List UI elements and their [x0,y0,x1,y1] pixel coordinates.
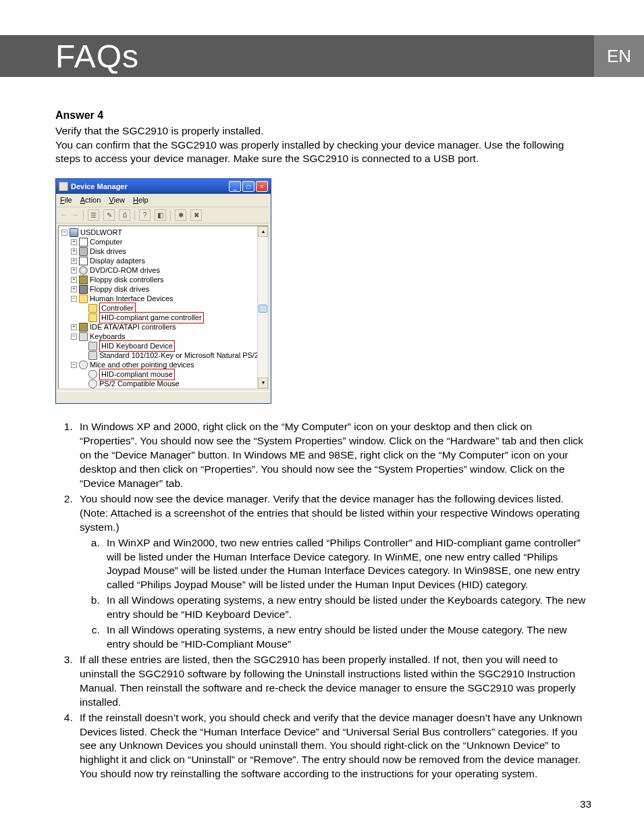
tree-leaf-hid-game[interactable]: HID-compliant game controller [60,313,267,322]
tree-node-hid[interactable]: −Human Interface Devices [60,294,267,303]
device-manager-window: Device Manager _ □ × File Action View He… [55,178,271,404]
step-2b: In all Windows operating systems, a new … [103,594,589,622]
step-2c: In all Windows operating systems, a new … [103,623,589,652]
language-badge: EN [607,46,631,67]
close-button[interactable]: × [256,181,268,192]
statusbar [56,391,271,403]
menu-file[interactable]: File [60,195,72,205]
menu-help[interactable]: Help [133,195,149,205]
steps-list: In Windows XP and 2000, right click on t… [55,420,589,781]
step-1: In Windows XP and 2000, right click on t… [76,420,589,491]
tb-up-icon[interactable]: ☰ [88,209,99,221]
maximize-button[interactable]: □ [242,181,254,192]
mouse-icon [79,361,88,369]
controller-icon [79,323,88,332]
disk-icon [79,247,88,256]
tree-node-fdcontrollers[interactable]: +Floppy disk controllers [60,275,267,284]
folder-icon [79,294,88,303]
toolbar-separator [170,210,171,221]
scroll-up-icon[interactable]: ▴ [258,226,268,237]
step-2a: In WinXP and Win2000, two new entries ca… [103,536,589,593]
tree-node-ide[interactable]: +IDE ATA/ATAPI controllers [60,322,267,332]
page-number: 33 [580,798,591,810]
floppy-icon [79,285,88,294]
tree-leaf-kb-hid[interactable]: HID Keyboard Device [60,341,267,350]
step-2-text: You should now see the device manager. V… [80,493,580,533]
scroll-track[interactable] [258,237,268,377]
tb-print-icon[interactable]: ⎙ [119,209,130,221]
scroll-thumb[interactable] [259,305,267,313]
usb-icon [79,389,88,390]
tree-root[interactable]: −USDLWORT [60,228,267,237]
toolbar-separator [134,210,135,221]
tree-node-display[interactable]: +Display adapters [60,256,267,265]
keyboard-icon [79,332,88,341]
scroll-down-icon[interactable]: ▾ [258,377,268,388]
tree-node-diskdrives[interactable]: +Disk drives [60,246,267,256]
tree-node-dvd[interactable]: +DVD/CD-ROM drives [60,265,267,275]
tb-uninstall-icon[interactable]: ✖ [190,209,202,221]
header-right: EN [594,35,644,77]
folder-icon [88,313,97,322]
page-title: FAQs [55,38,139,75]
nav-fwd-icon[interactable]: → [72,210,79,220]
monitor-icon [79,238,88,246]
tree-node-usb[interactable]: +Universal Serial Bus controllers [60,388,267,389]
menu-action[interactable]: Action [80,195,101,205]
tb-device-icon[interactable]: ✱ [175,209,186,221]
answer-line2: You can confirm that the SGC2910 was pro… [55,138,589,167]
folder-icon [88,304,97,313]
toolbar: ← → ☰ ✎ ⎙ ? ◧ ✱ ✖ [56,207,271,224]
collapse-icon[interactable]: − [71,362,77,368]
scrollbar[interactable]: ▴ ▾ [257,226,268,388]
menubar: File Action View Help [56,194,271,207]
tree-leaf-mouse-hid[interactable]: HID-compliant mouse [60,369,267,379]
mouse-icon [88,380,97,388]
computer-icon [70,228,78,237]
step-2: You should now see the device manager. V… [76,492,589,652]
window-controls: _ □ × [229,181,268,192]
mouse-icon [88,370,97,379]
devmgr-icon [59,182,68,191]
expand-icon[interactable]: + [71,239,77,245]
answer-heading: Answer 4 [55,108,589,123]
controller-icon [79,276,88,284]
collapse-icon[interactable]: − [61,230,68,236]
toolbar-separator [83,210,84,221]
expand-icon[interactable]: + [71,324,77,330]
cd-icon [79,266,88,275]
window-title: Device Manager [71,182,229,192]
tree-leaf-mouse-ps2[interactable]: PS/2 Compatible Mouse [60,379,267,388]
answer-line1: Verify that the SGC2910 is properly inst… [55,124,589,138]
tb-help-icon[interactable]: ? [139,209,151,221]
menu-view[interactable]: View [109,195,125,205]
minimize-button[interactable]: _ [229,181,241,192]
collapse-icon[interactable]: − [71,334,77,340]
tree-node-computer[interactable]: +Computer [60,237,267,246]
tree-node-fddrives[interactable]: +Floppy disk drives [60,284,267,294]
header-left: FAQs [0,35,594,77]
expand-icon[interactable]: + [71,267,77,273]
collapse-icon[interactable]: − [71,296,77,302]
tb-properties-icon[interactable]: ✎ [103,209,115,221]
content: Answer 4 Verify that the SGC2910 is prop… [55,108,589,783]
keyboard-icon [88,351,97,360]
expand-icon[interactable]: + [71,277,77,283]
expand-icon[interactable]: + [71,249,77,255]
step-2-sublist: In WinXP and Win2000, two new entries ca… [80,536,589,652]
step-3: If all these entries are listed, then th… [76,653,589,710]
nav-back-icon[interactable]: ← [60,210,68,220]
titlebar[interactable]: Device Manager _ □ × [56,179,271,194]
keyboard-icon [88,342,97,350]
step-4: If the reinstall doesn’t work, you shoul… [76,711,589,782]
tb-scan-icon[interactable]: ◧ [155,209,166,221]
display-icon [79,257,88,265]
expand-icon[interactable]: + [71,258,77,264]
device-tree: −USDLWORT +Computer +Disk drives +Displa… [58,226,269,389]
page-header: FAQs EN [0,35,644,77]
tree-leaf-kb-std[interactable]: Standard 101/102-Key or Microsoft Natura… [60,350,267,360]
expand-icon[interactable]: + [71,286,77,292]
